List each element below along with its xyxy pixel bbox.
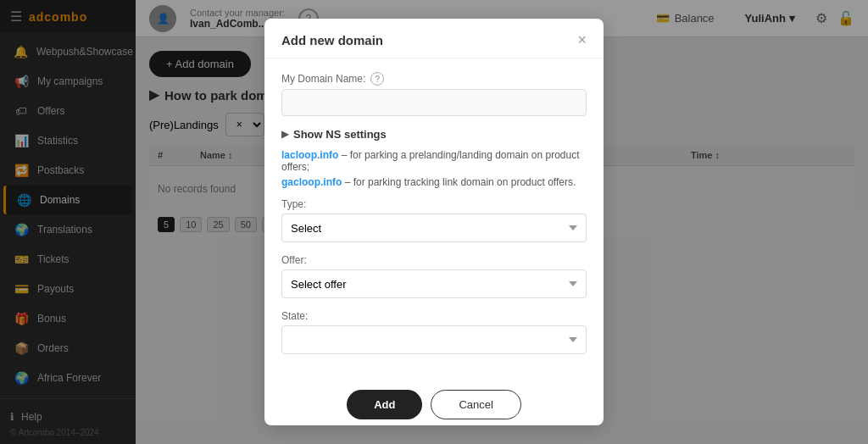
state-group: State: <box>281 310 587 354</box>
modal-title: Add new domain <box>281 33 383 47</box>
domain-help-icon[interactable]: ? <box>370 72 384 86</box>
offer-group: Offer: Select offer <box>281 254 587 298</box>
state-label: State: <box>281 310 587 322</box>
domain-name-input[interactable] <box>281 89 587 116</box>
offer-label: Offer: <box>281 254 587 266</box>
modal-overlay: Add new domain × My Domain Name: ? ▶ Sho… <box>136 0 868 444</box>
modal-header: Add new domain × <box>264 19 604 58</box>
ns-info: lacloop.info – for parking a prelanding/… <box>281 149 587 188</box>
domain-name-label: My Domain Name: ? <box>281 72 587 86</box>
add-button[interactable]: Add <box>347 390 422 419</box>
offer-select[interactable]: Select offer <box>281 269 587 298</box>
modal-close-button[interactable]: × <box>577 32 587 47</box>
type-select[interactable]: Select Prelanding Landing Tracking <box>281 214 587 242</box>
modal-footer: Add Cancel <box>264 380 604 425</box>
state-select[interactable] <box>281 325 587 354</box>
modal-body: My Domain Name: ? ▶ Show NS settings lac… <box>264 58 604 380</box>
ns-desc-2: – for parking tracking link domain on pr… <box>345 176 576 188</box>
ns-settings-label: Show NS settings <box>293 128 387 141</box>
ns-line-2: gacloop.info – for parking tracking link… <box>281 176 587 188</box>
ns-settings-toggle[interactable]: ▶ Show NS settings <box>281 128 587 141</box>
type-group: Type: Select Prelanding Landing Tracking <box>281 198 587 242</box>
main-area: 👤 Contact your manager: Ivan_AdComb... ?… <box>136 0 868 444</box>
ns-key-2: gacloop.info <box>281 176 342 188</box>
cancel-button[interactable]: Cancel <box>431 390 520 419</box>
type-label: Type: <box>281 198 587 210</box>
add-domain-modal: Add new domain × My Domain Name: ? ▶ Sho… <box>264 19 604 425</box>
ns-key-1: lacloop.info <box>281 149 338 161</box>
ns-chevron-icon: ▶ <box>281 129 288 140</box>
domain-name-group: My Domain Name: ? <box>281 72 587 116</box>
ns-line-1: lacloop.info – for parking a prelanding/… <box>281 149 587 173</box>
